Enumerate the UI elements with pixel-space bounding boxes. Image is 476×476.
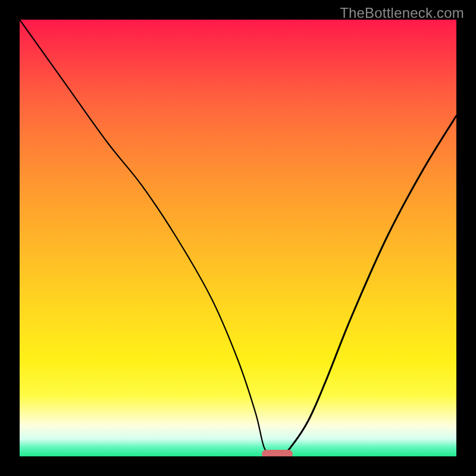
plot-area bbox=[20, 20, 456, 456]
curve-left-branch bbox=[20, 20, 273, 456]
chart-frame: TheBottleneck.com bbox=[0, 0, 476, 476]
minimum-marker bbox=[262, 450, 292, 456]
watermark-text: TheBottleneck.com bbox=[340, 5, 464, 21]
curve-right-branch bbox=[281, 116, 456, 457]
bottleneck-curve bbox=[20, 20, 456, 456]
